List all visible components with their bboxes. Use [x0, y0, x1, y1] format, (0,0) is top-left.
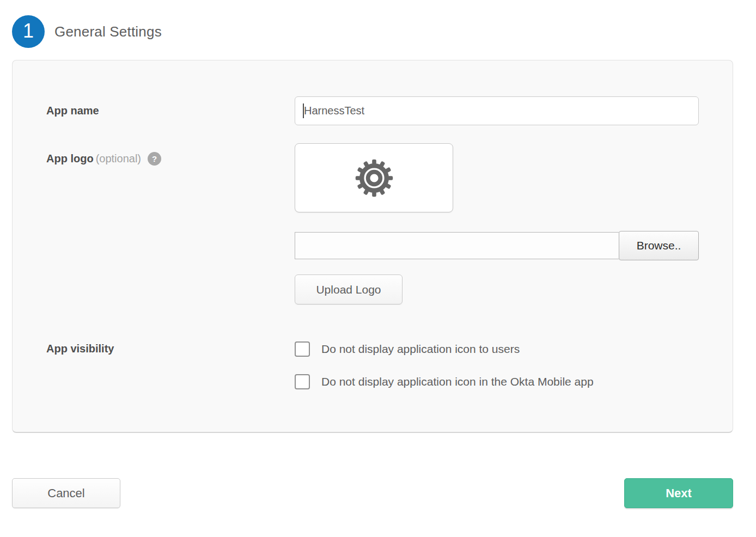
logo-file-path-field[interactable] [295, 232, 619, 259]
app-name-row: App name [46, 96, 699, 125]
general-settings-page: 1 General Settings App name App logo (op… [0, 0, 756, 537]
upload-logo-button[interactable]: Upload Logo [295, 274, 403, 304]
visibility-option-okta-mobile[interactable]: Do not display application icon in the O… [295, 374, 699, 389]
app-logo-optional-note: (optional) [96, 152, 141, 165]
app-logo-row: App logo (optional) ? [46, 143, 699, 304]
visibility-option-users[interactable]: Do not display application icon to users [295, 341, 699, 357]
checkbox-label: Do not display application icon in the O… [321, 375, 594, 388]
logo-file-input: Browse.. [295, 231, 699, 260]
help-icon[interactable]: ? [148, 152, 161, 166]
browse-button[interactable]: Browse.. [619, 231, 699, 260]
app-name-input-wrap [295, 96, 699, 125]
step-number: 1 [23, 20, 34, 42]
step-number-badge: 1 [12, 15, 45, 48]
page-title: General Settings [54, 23, 162, 40]
checkbox-hide-icon-okta-mobile[interactable] [295, 374, 310, 389]
next-button[interactable]: Next [624, 478, 733, 508]
step-header: 1 General Settings [12, 0, 756, 48]
checkbox-label: Do not display application icon to users [321, 343, 520, 356]
app-visibility-label: App visibility [46, 343, 114, 355]
wizard-footer: Cancel Next [12, 478, 733, 537]
app-name-input[interactable] [295, 96, 699, 125]
cancel-button[interactable]: Cancel [12, 478, 120, 508]
general-settings-panel: App name App logo (optional) ? [12, 60, 733, 433]
app-visibility-row: App visibility Do not display applicatio… [46, 341, 699, 389]
logo-preview-box [295, 143, 453, 212]
gear-icon [353, 157, 395, 199]
app-name-label: App name [46, 105, 99, 117]
checkbox-hide-icon-users[interactable] [295, 341, 310, 357]
app-logo-label: App logo [46, 152, 94, 165]
